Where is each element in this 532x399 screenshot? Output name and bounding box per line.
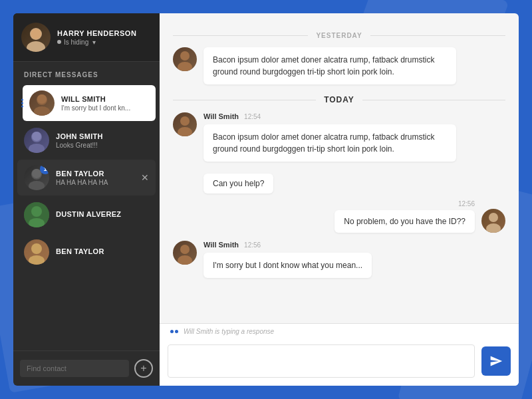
chevron-down-icon: ▾ [92, 39, 96, 46]
svg-point-10 [29, 181, 45, 190]
message-row-right: 12:56 No problem, do you have the ID?? [173, 200, 505, 233]
sidebar-item-ben-taylor-2[interactable]: BEN TAYLOR [17, 234, 156, 270]
message-right-bubble: No problem, do you have the ID?? [334, 210, 475, 233]
today-divider: TODAY [173, 95, 505, 104]
message-sender-row-3: Will Smith 12:56 [203, 241, 372, 249]
divider-label-yesterday: YESTERDAY [316, 32, 362, 39]
ben-taylor-1-info: BEN TAYLOR HA HA HA HA HA [56, 170, 138, 186]
message-content-today-3: Will Smith 12:56 I'm sorry but I dont kn… [203, 241, 372, 278]
svg-point-16 [29, 255, 45, 265]
dustin-alverez-name: DUSTIN ALVEREZ [56, 210, 149, 218]
typing-indicator: Will Smith is typing a response [160, 324, 519, 339]
svg-point-19 [180, 116, 190, 126]
unread-badge: 1 [40, 165, 49, 174]
send-icon [489, 354, 503, 368]
sidebar-header: HARRY HENDERSON Is hiding ▾ [13, 13, 160, 62]
message-bubble-today-1: Bacon ipsum dolor amet doner alcatra rum… [203, 124, 456, 162]
chat-input-area: Will Smith is typing a response [160, 323, 519, 386]
will-avatar-today-3 [173, 241, 197, 265]
message-row: Bacon ipsum dolor amet doner alcatra rum… [173, 47, 505, 84]
message-bubble: Bacon ipsum dolor amet doner alcatra rum… [203, 47, 456, 84]
divider-line-right [370, 35, 505, 36]
svg-point-1 [27, 41, 45, 52]
today-divider-label: TODAY [324, 95, 354, 104]
ben-taylor-2-avatar [24, 239, 49, 265]
current-user-avatar [21, 23, 51, 52]
will-avatar-yesterday [173, 47, 197, 71]
dustin-alverez-avatar [24, 202, 49, 227]
yesterday-divider: YESTERDAY [173, 32, 505, 39]
contact-menu-dots[interactable] [21, 99, 23, 108]
will-smith-name: WILL SMITH [61, 95, 149, 103]
svg-point-17 [180, 51, 190, 61]
sidebar-item-will-smith[interactable]: WILL SMITH I'm sorry but I dont kn... [23, 85, 156, 121]
message-sender-row: Will Smith 12:54 [203, 112, 456, 120]
message-right-time: 12:56 [334, 200, 475, 207]
ben-taylor-1-avatar: 1 [24, 165, 49, 190]
svg-point-2 [31, 29, 41, 39]
svg-point-22 [486, 223, 501, 233]
sidebar: HARRY HENDERSON Is hiding ▾ DIRECT MESSA… [13, 13, 160, 386]
send-button[interactable] [481, 346, 511, 376]
message-row-today-3: Will Smith 12:56 I'm sorry but I dont kn… [173, 241, 505, 278]
dustin-alverez-info: DUSTIN ALVEREZ [56, 210, 149, 219]
message-bubble-today-3: I'm sorry but I dont know what you mean.… [203, 253, 372, 278]
ben-taylor-2-name: BEN TAYLOR [56, 247, 149, 255]
will-smith-info: WILL SMITH I'm sorry but I dont kn... [61, 95, 149, 112]
john-smith-avatar [24, 128, 49, 153]
chat-area: YESTERDAY Bacon ipsum dolor amet doner a… [160, 13, 519, 386]
direct-messages-title: DIRECT MESSAGES [13, 62, 160, 84]
message-sender-name: Will Smith [203, 112, 239, 120]
svg-point-4 [34, 106, 50, 116]
message-time: 12:54 [244, 113, 261, 120]
message-sender-name-3: Will Smith [203, 241, 239, 249]
ben-taylor-1-name: BEN TAYLOR [56, 170, 138, 178]
ben-taylor-2-info: BEN TAYLOR [56, 247, 149, 257]
svg-point-23 [180, 245, 190, 254]
john-smith-preview: Looks Great!!! [56, 142, 149, 149]
svg-point-20 [178, 127, 192, 136]
will-avatar-today-1 [173, 112, 197, 136]
message-small-bubble: Can you help? [203, 174, 273, 194]
svg-point-13 [31, 206, 42, 217]
today-divider-line-left [173, 100, 316, 100]
svg-point-5 [37, 94, 47, 104]
message-input-row [160, 339, 519, 386]
close-contact-icon[interactable]: ✕ [141, 172, 149, 183]
svg-point-7 [29, 144, 45, 153]
ben-taylor-1-preview: HA HA HA HA HA [56, 179, 138, 186]
chat-messages: YESTERDAY Bacon ipsum dolor amet doner a… [160, 13, 519, 323]
today-divider-line-right [362, 100, 505, 100]
contact-list: WILL SMITH I'm sorry but I dont kn... JO… [13, 84, 160, 350]
my-avatar [481, 209, 505, 233]
status-indicator [57, 40, 61, 44]
add-contact-button[interactable]: + [134, 359, 153, 378]
message-input[interactable] [168, 344, 475, 378]
typing-text: Will Smith is typing a response [184, 328, 274, 335]
message-time-3: 12:56 [244, 241, 261, 249]
status-text: Is hiding [64, 39, 88, 46]
svg-point-24 [178, 255, 192, 265]
john-smith-name: JOHN SMITH [56, 132, 149, 140]
will-smith-preview: I'm sorry but I dont kn... [61, 104, 149, 112]
john-smith-info: JOHN SMITH Looks Great!!! [56, 132, 149, 149]
message-row-today-1: Will Smith 12:54 Bacon ipsum dolor amet … [173, 112, 505, 162]
svg-point-18 [178, 62, 192, 71]
divider-line-left [173, 35, 308, 36]
app-container: HARRY HENDERSON Is hiding ▾ DIRECT MESSA… [13, 13, 519, 386]
message-content-today-1: Will Smith 12:54 Bacon ipsum dolor amet … [203, 112, 456, 162]
find-contact-input[interactable] [20, 360, 129, 377]
current-user-info: HARRY HENDERSON Is hiding ▾ [57, 29, 152, 46]
will-smith-avatar [29, 90, 55, 116]
current-user-name: HARRY HENDERSON [57, 29, 152, 37]
svg-point-21 [489, 213, 498, 222]
message-right-content: 12:56 No problem, do you have the ID?? [334, 200, 475, 233]
current-user-status[interactable]: Is hiding ▾ [57, 39, 152, 46]
sidebar-item-ben-taylor-1[interactable]: 1 BEN TAYLOR HA HA HA HA HA ✕ [17, 160, 156, 196]
sidebar-item-john-smith[interactable]: JOHN SMITH Looks Great!!! [17, 122, 156, 158]
sidebar-item-dustin-alverez[interactable]: DUSTIN ALVEREZ [17, 197, 156, 233]
sidebar-footer: + [13, 350, 160, 386]
svg-point-15 [31, 243, 42, 254]
svg-point-8 [32, 132, 41, 141]
typing-animation [170, 330, 178, 333]
